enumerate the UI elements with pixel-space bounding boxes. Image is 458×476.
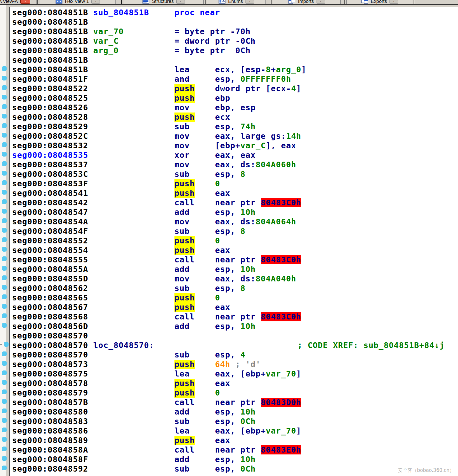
disasm-line[interactable]: seg000:0804853Csubesp, 8: [12, 170, 456, 179]
tab-close-button[interactable]: ×: [91, 0, 100, 4]
disasm-line[interactable]: seg000:08048529subesp, 74h: [12, 122, 456, 132]
disasm-line[interactable]: seg000:08048570: [12, 331, 456, 341]
disasm-line[interactable]: seg000:08048535xoreax, eax: [12, 151, 456, 160]
tab-label: Exports: [371, 0, 387, 4]
disasm-line[interactable]: seg000:08048579push0: [12, 388, 456, 398]
tab-bar: IDA View-A×Hex View 1×Structures×Enums×I…: [0, 0, 458, 4]
instruction-marker-dot: [2, 275, 7, 280]
disasm-line[interactable]: seg000:0804856Daddesp, 10h: [12, 322, 456, 331]
mnemonic: push: [174, 93, 195, 103]
operands: esp, 10h: [215, 265, 256, 274]
disasm-line[interactable]: seg000:0804854Amoveax, ds:804A064h: [12, 217, 456, 227]
disasm-line[interactable]: seg000:0804851Bvar_C= dword ptr -0Ch: [12, 36, 456, 46]
disasm-line[interactable]: seg000:08048567pusheax: [12, 303, 456, 312]
disasm-line[interactable]: seg000:0804851B: [12, 55, 456, 65]
disasm-line[interactable]: seg000:0804855Aaddesp, 10h: [12, 265, 456, 274]
disasm-line[interactable]: seg000:08048528pushecx: [12, 113, 456, 122]
mnemonic: sub: [174, 170, 190, 179]
disasm-line[interactable]: seg000:08048578pusheax: [12, 379, 456, 388]
disasm-line[interactable]: seg000:08048565push0: [12, 293, 456, 303]
disasm-line[interactable]: seg000:08048525pushebp: [12, 93, 456, 103]
address: seg000:08048529: [12, 122, 88, 132]
disasm-line[interactable]: seg000:0804852Cmoveax, large gs:14h: [12, 132, 456, 141]
mnemonic: = byte ptr -70h: [174, 27, 251, 36]
instruction-marker-dot: [2, 114, 7, 119]
disasm-line[interactable]: seg000:08048592subesp, 0Ch: [12, 464, 456, 474]
instruction-marker-dot: [2, 190, 7, 195]
instruction-marker-dot: [2, 76, 7, 80]
address: seg000:0804854A: [12, 217, 88, 227]
address: seg000:08048575: [12, 369, 88, 379]
tab-hex-view-1[interactable]: Hex View 1×: [40, 0, 116, 4]
disasm-line[interactable]: seg000:08048532mov[ebp+var_C], eax: [12, 141, 456, 151]
operands: 0: [215, 293, 220, 303]
tab-exports[interactable]: Exports×: [346, 0, 413, 4]
disasm-line[interactable]: seg000:08048586leaeax, [ebp+var_70]: [12, 426, 456, 436]
disasm-line[interactable]: seg000:08048526movebp, esp: [12, 103, 456, 113]
operands: 0: [215, 179, 220, 189]
operands: esp, 8: [215, 284, 245, 293]
instruction-marker-dot: [2, 447, 7, 451]
disasm-line[interactable]: seg000:0804857Bcallnear ptr 80483D0h: [12, 398, 456, 407]
disasm-line[interactable]: seg000:08048542callnear ptr 80483C0h: [12, 198, 456, 208]
disasm-line[interactable]: seg000:0804851Bvar_70= byte ptr -70h: [12, 27, 456, 36]
disasm-line[interactable]: seg000:08048562subesp, 8: [12, 284, 456, 293]
instruction-marker-dot: [2, 171, 7, 176]
disasm-line[interactable]: seg000:08048570subesp, 4: [12, 350, 456, 360]
disasm-line[interactable]: seg000:08048547addesp, 10h: [12, 208, 456, 217]
tab-close-button[interactable]: ×: [20, 0, 30, 4]
operands: esp, 8: [215, 227, 245, 236]
disasm-line[interactable]: seg000:08048580addesp, 10h: [12, 407, 456, 417]
instruction-marker-dot: [2, 95, 7, 100]
disasm-line[interactable]: seg000:08048575leaeax, [ebp+var_70]: [12, 369, 456, 379]
instruction-marker-dot: [2, 104, 7, 109]
disasm-line[interactable]: seg000:08048522pushdword ptr [ecx-4]: [12, 84, 456, 93]
address: seg000:0804856D: [12, 322, 88, 331]
mnemonic: add: [174, 455, 190, 464]
operands: eax: [215, 379, 230, 388]
disasm-line[interactable]: seg000:08048583subesp, 0Ch: [12, 417, 456, 426]
tab-structures[interactable]: Structures×: [124, 0, 204, 4]
tab-enums[interactable]: Enums×: [207, 0, 266, 4]
address: seg000:08048552: [12, 236, 88, 246]
disasm-line[interactable]: seg000:0804858Faddesp, 10h: [12, 455, 456, 464]
mnemonic: lea: [174, 369, 190, 379]
disasm-line[interactable]: seg000:08048541pusheax: [12, 189, 456, 198]
disasm-line[interactable]: seg000:08048555callnear ptr 80483C0h: [12, 255, 456, 265]
disasm-line[interactable]: seg000:0804851Bsub_804851Bproc near: [12, 8, 456, 17]
disasm-line[interactable]: seg000:0804853Fpush0: [12, 179, 456, 189]
operands: eax, ds:804A064h: [215, 217, 296, 227]
tab-close-button[interactable]: ×: [176, 0, 185, 4]
disasm-line[interactable]: seg000:0804851Fandesp, 0FFFFFFF0h: [12, 74, 456, 84]
tab-close-button[interactable]: ×: [245, 0, 254, 4]
label: arg_0: [93, 46, 119, 55]
disasm-line[interactable]: seg000:08048570loc_8048570:; CODE XREF: …: [12, 341, 456, 350]
disasm-line[interactable]: seg000:0804858Acallnear ptr 80483E0h: [12, 445, 456, 455]
mnemonic: xor: [174, 151, 190, 160]
disasm-line[interactable]: seg000:0804854Fsubesp, 8: [12, 227, 456, 236]
disasm-line[interactable]: seg000:0804855Dmoveax, ds:804A040h: [12, 274, 456, 284]
instruction-marker-dot: [2, 209, 7, 214]
mnemonic: push: [174, 293, 195, 303]
tab-close-button[interactable]: ×: [389, 0, 398, 4]
disasm-line[interactable]: seg000:08048537moveax, ds:804A060h: [12, 160, 456, 170]
tab-imports[interactable]: Imports×: [273, 0, 341, 4]
instruction-marker-dot: [2, 466, 7, 470]
disasm-line[interactable]: seg000:08048573push64h ; 'd': [12, 360, 456, 369]
disasm-line[interactable]: seg000:08048568callnear ptr 80483C0h: [12, 312, 456, 322]
address: seg000:08048583: [12, 417, 88, 426]
disasm-line[interactable]: seg000:0804851B: [12, 17, 456, 27]
tab-close-button[interactable]: ×: [317, 0, 325, 4]
disasm-line[interactable]: seg000:0804851Bleaecx, [esp-8+arg_0]: [12, 65, 456, 74]
disasm-line[interactable]: seg000:0804851Barg_0= byte ptr 0Ch: [12, 46, 456, 55]
tab-label: Imports: [298, 0, 314, 4]
mnemonic: = byte ptr 0Ch: [174, 46, 251, 55]
disasm-line[interactable]: seg000:08048589pusheax: [12, 436, 456, 445]
disassembly-listing: seg000:0804851Bsub_804851Bproc nearseg00…: [12, 8, 456, 474]
disassembly-view[interactable]: seg000:0804851Bsub_804851Bproc nearseg00…: [10, 7, 458, 476]
mnemonic: add: [174, 407, 190, 417]
address: seg000:0804851B: [12, 17, 88, 27]
tab-ida-view-a[interactable]: IDA View-A×: [0, 0, 37, 4]
disasm-line[interactable]: seg000:08048554pusheax: [12, 246, 456, 255]
disasm-line[interactable]: seg000:08048552push0: [12, 236, 456, 246]
